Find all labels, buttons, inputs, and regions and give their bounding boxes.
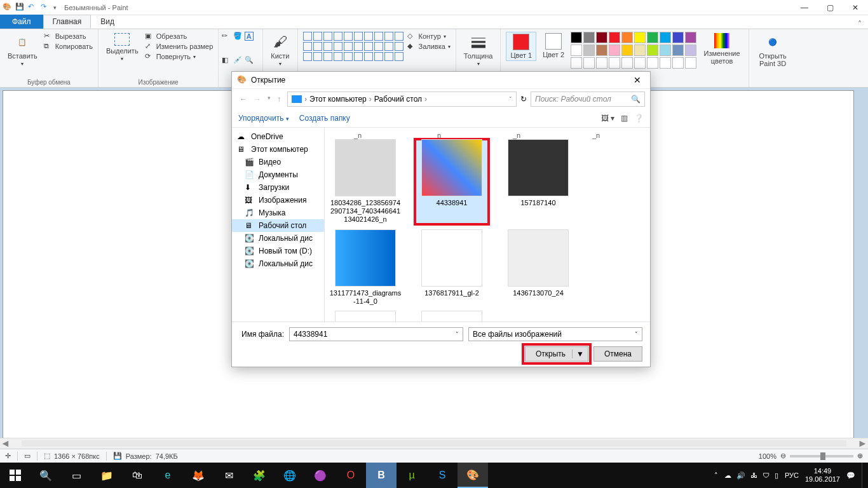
tree-item[interactable]: 🖼Изображения xyxy=(232,194,324,207)
breadcrumb[interactable]: › Этот компьютер › Рабочий стол › ˅ xyxy=(287,92,517,107)
zoom-slider[interactable] xyxy=(790,455,853,458)
brushes-button[interactable]: 🖌 Кисти ▾ xyxy=(268,32,292,68)
file-item[interactable]: bl xyxy=(415,311,489,322)
cancel-button[interactable]: Отмена xyxy=(593,346,642,362)
file-item[interactable]: 1376817911_gl-2 xyxy=(415,229,489,306)
color2-button[interactable]: Цвет 2 xyxy=(540,32,567,60)
color-swatch[interactable] xyxy=(609,44,620,56)
redo-icon[interactable]: ↷ xyxy=(41,3,51,13)
maximize-button[interactable]: ▢ xyxy=(817,0,843,15)
taskbar-chrome[interactable]: 🌐 xyxy=(275,463,305,488)
open-button[interactable]: Открыть▼ xyxy=(525,346,588,362)
color-swatch[interactable] xyxy=(634,57,646,69)
file-item[interactable]: 44338941 xyxy=(415,139,489,224)
file-item[interactable]: 157187140 xyxy=(501,139,575,224)
copy-button[interactable]: ⧉Копировать xyxy=(44,42,93,51)
rotate-button[interactable]: ⟳Повернуть ▾ xyxy=(145,52,214,61)
language-indicator[interactable]: РУС xyxy=(785,471,799,479)
color-swatch[interactable] xyxy=(583,57,595,69)
save-icon[interactable]: 💾 xyxy=(15,3,25,13)
color-swatch[interactable] xyxy=(672,44,684,56)
nav-back-button[interactable]: ← xyxy=(237,95,250,104)
horizontal-scrollbar[interactable]: ◄► xyxy=(0,438,868,449)
breadcrumb-dropdown-icon[interactable]: ˅ xyxy=(509,96,512,102)
color-swatch[interactable] xyxy=(660,57,671,69)
select-button[interactable]: Выделить ▾ xyxy=(104,32,141,63)
action-center-icon[interactable]: 💬 xyxy=(846,471,855,480)
color1-button[interactable]: Цвет 1 xyxy=(506,32,536,61)
nav-up-button[interactable]: ↑ xyxy=(275,95,283,104)
eraser-icon[interactable]: ◧ xyxy=(222,56,231,65)
color-swatch[interactable] xyxy=(609,32,620,43)
tray-expand-icon[interactable]: ˄ xyxy=(714,471,718,480)
close-button[interactable]: ✕ xyxy=(843,0,868,15)
color-swatch[interactable] xyxy=(660,32,671,43)
color-swatch[interactable] xyxy=(596,57,607,69)
taskbar-utorrent[interactable]: µ xyxy=(397,463,427,488)
taskbar-skype[interactable]: S xyxy=(427,463,458,488)
minimize-button[interactable]: — xyxy=(792,0,817,15)
color-swatch[interactable] xyxy=(596,44,607,56)
open-dropdown-icon[interactable]: ▼ xyxy=(572,349,588,358)
color-swatch[interactable] xyxy=(609,57,620,69)
taskbar-mail[interactable]: ✉ xyxy=(214,463,244,488)
tree-item[interactable]: 🎬Видео xyxy=(232,156,324,168)
taskbar-paint[interactable]: 🎨 xyxy=(458,463,488,488)
undo-icon[interactable]: ↶ xyxy=(28,3,38,13)
color-swatch[interactable] xyxy=(672,57,684,69)
search-input[interactable]: Поиск: Рабочий стол 🔍 xyxy=(531,92,645,107)
show-desktop-button[interactable] xyxy=(862,463,865,488)
shape-fill-button[interactable]: ◆Заливка ▾ xyxy=(407,42,451,51)
onedrive-icon[interactable]: ☁ xyxy=(724,471,731,480)
breadcrumb-segment[interactable]: Этот компьютер xyxy=(309,95,367,104)
color-swatch[interactable] xyxy=(621,32,633,43)
refresh-button[interactable]: ↻ xyxy=(520,95,527,104)
start-button[interactable] xyxy=(0,463,31,488)
task-view-button[interactable]: ▭ xyxy=(61,463,92,488)
qat-dropdown-icon[interactable]: ▾ xyxy=(53,4,57,11)
taskbar-explorer[interactable]: 📁 xyxy=(92,463,122,488)
tree-item[interactable]: 💽Локальный дис xyxy=(232,257,324,270)
text-icon[interactable]: A xyxy=(245,32,254,41)
color-swatch[interactable] xyxy=(583,32,595,43)
nav-history-icon[interactable]: ▾ xyxy=(265,95,273,104)
fill-icon[interactable]: 🪣 xyxy=(233,32,242,41)
color-swatch[interactable] xyxy=(571,32,582,43)
new-folder-button[interactable]: Создать папку xyxy=(299,114,350,123)
color-swatch[interactable] xyxy=(634,44,646,56)
help-button[interactable]: ❔ xyxy=(634,114,644,123)
tab-home[interactable]: Главная xyxy=(43,15,92,29)
network-icon[interactable]: 🖧 xyxy=(750,471,757,480)
file-item[interactable]: amazon-ebay-aliexpress-alibaba xyxy=(329,311,402,322)
preview-pane-button[interactable]: ▥ xyxy=(621,114,628,123)
defender-icon[interactable]: 🛡 xyxy=(763,471,770,480)
view-mode-button[interactable]: 🖼 ▾ xyxy=(601,114,614,123)
tree-item[interactable]: ☁OneDrive xyxy=(232,130,324,143)
battery-icon[interactable]: ▯ xyxy=(775,471,778,480)
color-swatch[interactable] xyxy=(672,32,684,43)
taskbar-vk[interactable]: B xyxy=(366,463,397,488)
tree-item[interactable]: 📄Документы xyxy=(232,168,324,181)
magnifier-icon[interactable]: 🔍 xyxy=(245,56,254,65)
file-item[interactable]: 1311771473_diagrams-11-4_0 xyxy=(329,229,402,306)
taskbar-firefox[interactable]: 🦊 xyxy=(183,463,214,488)
filename-input[interactable]: 44338941˅ xyxy=(289,327,463,341)
tree-item[interactable]: 🖥Рабочий стол xyxy=(232,219,324,232)
color-swatch[interactable] xyxy=(660,44,671,56)
color-swatch[interactable] xyxy=(596,32,607,43)
tree-item[interactable]: 🎵Музыка xyxy=(232,207,324,219)
taskbar-edge[interactable]: e xyxy=(153,463,183,488)
thickness-button[interactable]: Толщина ▾ xyxy=(461,32,496,68)
cut-button[interactable]: ✂Вырезать xyxy=(44,32,93,41)
color-swatch[interactable] xyxy=(571,44,582,56)
tree-item[interactable]: 🖥Этот компьютер xyxy=(232,143,324,156)
color-swatch[interactable] xyxy=(685,44,696,56)
paste-button[interactable]: 📋 Вставить ▾ xyxy=(5,32,40,68)
file-item[interactable]: 18034286_1238569742907134_74034466411340… xyxy=(329,139,402,224)
color-swatch[interactable] xyxy=(634,32,646,43)
ribbon-collapse-icon[interactable]: ˄ xyxy=(851,20,868,29)
resize-button[interactable]: ⤢Изменить размер xyxy=(145,42,214,51)
color-swatch[interactable] xyxy=(583,44,595,56)
color-swatch[interactable] xyxy=(647,57,658,69)
color-swatch[interactable] xyxy=(621,57,633,69)
